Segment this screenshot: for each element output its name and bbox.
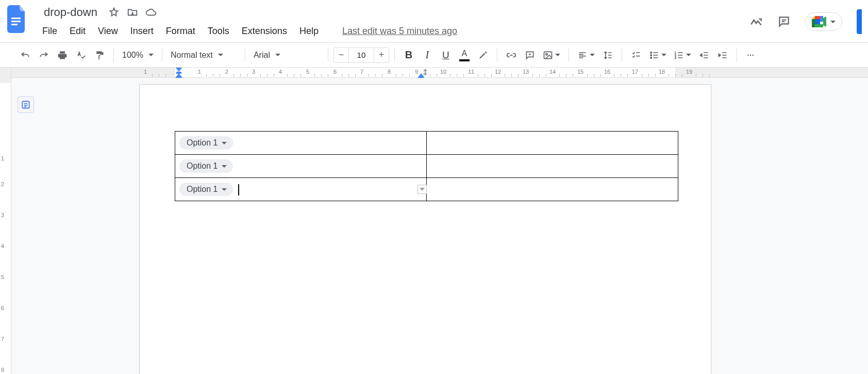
svg-rect-7	[815, 19, 820, 24]
star-icon[interactable]	[108, 7, 120, 18]
table-cell[interactable]: Option 1	[175, 155, 427, 178]
caret-down-icon	[222, 188, 227, 191]
ruler-tick: 12	[495, 69, 501, 75]
caret-down-icon	[222, 142, 227, 144]
ruler-tick: 8	[388, 69, 391, 75]
cell-dropdown-handle[interactable]	[418, 185, 427, 194]
italic-button[interactable]: I	[419, 46, 436, 64]
spellcheck-button[interactable]	[72, 46, 90, 64]
horizontal-ruler[interactable]: 112345678910111213141516171819	[11, 68, 868, 78]
svg-rect-8	[544, 52, 552, 58]
dropdown-chip[interactable]: Option 1	[179, 136, 233, 150]
dropdown-chip-label: Option 1	[187, 138, 218, 148]
redo-button[interactable]	[35, 46, 53, 64]
svg-rect-3	[815, 16, 820, 19]
caret-down-icon	[661, 54, 666, 56]
svg-rect-6	[812, 19, 815, 27]
bold-button[interactable]: B	[400, 46, 418, 64]
activity-icon[interactable]	[749, 15, 763, 28]
last-edit-link[interactable]: Last edit was 5 minutes ago	[342, 26, 457, 37]
align-button[interactable]	[574, 46, 598, 64]
svg-point-11	[650, 54, 652, 56]
more-tools-button[interactable]: ⋯	[742, 46, 760, 64]
paint-format-button[interactable]	[91, 46, 108, 64]
ruler-tick: 3	[252, 69, 255, 75]
bulleted-list-button[interactable]	[646, 46, 670, 64]
table-cell[interactable]: Option 1	[175, 178, 427, 201]
docs-logo-icon[interactable]	[6, 4, 29, 34]
dropdown-chip[interactable]: Option 1	[179, 159, 233, 173]
text-color-button[interactable]: A	[456, 46, 473, 64]
svg-rect-1	[11, 21, 21, 22]
table-cell[interactable]	[427, 155, 678, 178]
zoom-select[interactable]: 100%	[119, 46, 157, 64]
font-size-minus[interactable]: −	[334, 48, 348, 62]
font-size-stepper[interactable]: − 10 +	[333, 47, 389, 63]
document-table[interactable]: Option 1 Option 1	[175, 131, 678, 201]
ruler-tick: 1	[144, 69, 147, 75]
table-cell[interactable]: Option 1	[175, 132, 427, 155]
dropdown-chip[interactable]: Option 1	[179, 183, 233, 196]
increase-indent-button[interactable]	[714, 46, 731, 64]
font-value: Arial	[254, 51, 270, 60]
ruler-tick: 5	[306, 69, 309, 75]
menu-format[interactable]: Format	[166, 26, 195, 37]
ruler-tick: 13	[523, 69, 529, 75]
font-size-plus[interactable]: +	[374, 48, 389, 62]
undo-button[interactable]	[16, 46, 34, 64]
menu-file[interactable]: File	[42, 26, 57, 37]
caret-down-icon	[148, 54, 154, 56]
ruler-tick: 4	[1, 243, 4, 249]
ruler-tick: 2	[225, 69, 228, 75]
zoom-value: 100%	[122, 51, 143, 60]
caret-down-icon	[275, 54, 280, 56]
table-row[interactable]: Option 1	[175, 132, 678, 155]
svg-text:3: 3	[675, 56, 676, 59]
svg-point-10	[650, 52, 652, 53]
meet-button[interactable]	[805, 12, 842, 31]
menu-tools[interactable]: Tools	[208, 26, 229, 37]
svg-rect-0	[11, 18, 21, 19]
table-row[interactable]: Option 1	[175, 178, 678, 201]
table-cell[interactable]	[427, 132, 678, 155]
font-select[interactable]: Arial	[251, 46, 323, 64]
ruler-tick: 2	[1, 181, 4, 187]
vertical-ruler: 12345678	[0, 68, 11, 374]
insert-image-button[interactable]	[540, 46, 563, 64]
ruler-tick: 7	[360, 69, 363, 75]
print-button[interactable]	[54, 46, 71, 64]
document-page[interactable]: Option 1 Option 1	[139, 84, 711, 374]
ruler-tick: 15	[577, 69, 583, 75]
font-size-value[interactable]: 10	[348, 48, 374, 62]
table-row[interactable]: Option 1	[175, 155, 678, 178]
text-cursor	[238, 184, 239, 196]
insert-comment-button[interactable]	[521, 46, 539, 64]
caret-down-icon	[218, 54, 223, 56]
svg-point-9	[546, 53, 547, 55]
line-spacing-button[interactable]	[599, 46, 616, 64]
menu-view[interactable]: View	[98, 26, 118, 37]
underline-button[interactable]: U	[437, 46, 455, 64]
ruler-tick: 8	[1, 367, 4, 373]
cloud-status-icon[interactable]	[145, 7, 157, 18]
table-cell[interactable]	[427, 178, 678, 201]
caret-down-icon	[686, 54, 691, 56]
insert-link-button[interactable]	[503, 46, 520, 64]
numbered-list-button[interactable]: 123	[671, 46, 694, 64]
ruler-tick: 17	[632, 69, 638, 75]
comments-icon[interactable]	[777, 15, 791, 28]
menu-extensions[interactable]: Extensions	[242, 26, 287, 37]
menu-help[interactable]: Help	[299, 26, 319, 37]
menu-edit[interactable]: Edit	[70, 26, 86, 37]
menu-insert[interactable]: Insert	[130, 26, 154, 37]
highlight-button[interactable]	[474, 46, 492, 64]
share-button-edge[interactable]	[857, 9, 862, 34]
paragraph-style-select[interactable]: Normal text	[168, 46, 240, 64]
document-title[interactable]: drop-down	[40, 4, 101, 21]
svg-point-12	[650, 57, 652, 58]
decrease-indent-button[interactable]	[695, 46, 713, 64]
checklist-button[interactable]	[627, 46, 645, 64]
move-icon[interactable]	[127, 7, 138, 18]
caret-down-icon	[222, 165, 227, 168]
caret-down-icon	[590, 54, 595, 56]
